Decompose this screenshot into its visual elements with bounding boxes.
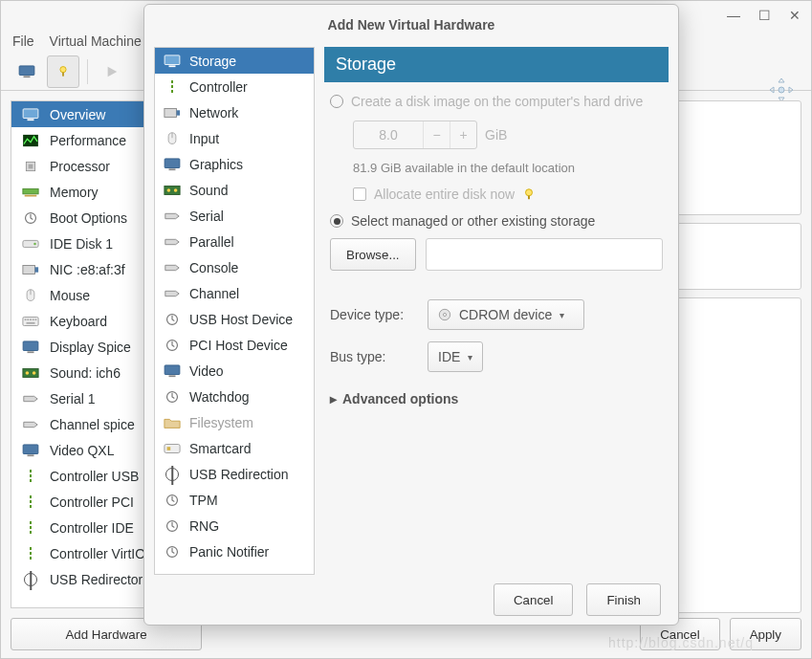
- keyboard-icon: [21, 314, 40, 329]
- perf-icon: [21, 133, 40, 148]
- dlg-item-controller[interactable]: Controller: [155, 74, 314, 99]
- dlg-item-smartcard[interactable]: Smartcard: [155, 435, 314, 461]
- advanced-options-label: Advanced options: [342, 391, 458, 406]
- disk-icon: [21, 236, 40, 252]
- svg-point-62: [443, 313, 446, 316]
- folder-icon: [163, 415, 182, 430]
- dlg-item-label: RNG: [189, 518, 219, 534]
- menu-virtual-machine[interactable]: Virtual Machine: [50, 33, 142, 49]
- disk-size-value: 8.0: [354, 121, 423, 148]
- dialog-cancel-button[interactable]: Cancel: [494, 583, 574, 616]
- disk-size-unit: GiB: [485, 127, 507, 143]
- storage-path-input[interactable]: [426, 238, 663, 271]
- svg-rect-44: [165, 158, 180, 167]
- hw-item-label: Channel spice: [50, 417, 135, 432]
- dlg-item-parallel[interactable]: Parallel: [155, 229, 314, 254]
- dlg-item-tpm[interactable]: TPM: [155, 487, 314, 513]
- maximize-button[interactable]: ☐: [757, 9, 771, 22]
- dlg-item-network[interactable]: Network: [155, 99, 314, 125]
- video-icon: [163, 363, 182, 379]
- bus-type-combo[interactable]: IDE ▾: [428, 341, 483, 372]
- dlg-item-label: Video: [189, 363, 224, 379]
- svg-rect-1: [24, 76, 31, 77]
- svg-point-47: [167, 188, 171, 192]
- watermark: http://blog.csdn.net/q: [608, 635, 754, 650]
- available-space-text: 81.9 GiB available in the default locati…: [353, 161, 663, 175]
- dlg-item-label: USB Redirection: [189, 467, 289, 482]
- dlg-item-sound[interactable]: Sound: [155, 177, 314, 203]
- dlg-item-video[interactable]: Video: [155, 358, 314, 384]
- dialog-title: Add New Virtual Hardware: [144, 5, 678, 45]
- dlg-item-storage[interactable]: Storage: [155, 48, 314, 74]
- video-icon: [21, 443, 40, 458]
- display-icon: [163, 157, 182, 172]
- nic-icon: [163, 105, 182, 121]
- hw-item-label: Display Spice: [50, 340, 131, 355]
- disk-size-spinner[interactable]: 8.0 − +: [353, 121, 477, 149]
- chevron-down-icon: ▾: [468, 352, 472, 362]
- svg-rect-13: [28, 119, 34, 121]
- run-button[interactable]: [96, 55, 128, 88]
- svg-point-48: [174, 188, 178, 192]
- panic-icon: [163, 544, 182, 560]
- svg-point-11: [779, 87, 784, 93]
- dlg-item-pci-host-device[interactable]: PCI Host Device: [155, 332, 314, 358]
- serial-icon: [21, 391, 40, 406]
- dlg-item-usb-host-device[interactable]: USB Host Device: [155, 306, 314, 332]
- console-view-button[interactable]: [11, 55, 43, 88]
- usbredir-icon: [163, 467, 182, 482]
- mouse-icon: [21, 288, 40, 303]
- details-view-button[interactable]: [47, 55, 79, 88]
- hw-item-label: Serial 1: [50, 391, 95, 406]
- advanced-options-expander[interactable]: ▸ Advanced options: [330, 391, 663, 406]
- dlg-item-usb-redirection[interactable]: USB Redirection: [155, 461, 314, 487]
- svg-rect-41: [165, 108, 177, 117]
- sound-icon: [21, 365, 40, 381]
- dlg-item-watchdog[interactable]: Watchdog: [155, 384, 314, 409]
- panel-title: Storage: [324, 47, 669, 82]
- dlg-item-label: Controller: [189, 79, 248, 95]
- dialog-finish-button[interactable]: Finish: [586, 583, 661, 616]
- allocate-row[interactable]: Allocate entire disk now: [353, 187, 663, 202]
- size-decrement-button[interactable]: −: [423, 121, 450, 148]
- dlg-item-input[interactable]: Input: [155, 125, 314, 151]
- svg-rect-23: [35, 267, 39, 272]
- dialog-sidebar[interactable]: StorageControllerNetworkInputGraphicsSou…: [154, 47, 315, 575]
- minimize-button[interactable]: —: [727, 9, 740, 22]
- dlg-item-console[interactable]: Console: [155, 254, 314, 280]
- menu-file[interactable]: File: [12, 33, 34, 49]
- dlg-item-label: Filesystem: [189, 415, 253, 430]
- hw-item-label: Keyboard: [50, 314, 107, 329]
- dlg-item-label: USB Host Device: [189, 312, 293, 327]
- svg-rect-34: [23, 368, 38, 377]
- svg-point-36: [33, 371, 36, 375]
- close-button[interactable]: ✕: [788, 9, 801, 22]
- svg-rect-55: [167, 447, 171, 450]
- dlg-item-serial[interactable]: Serial: [155, 203, 314, 229]
- controller-icon: [21, 546, 40, 561]
- dlg-item-rng[interactable]: RNG: [155, 513, 314, 538]
- svg-rect-33: [28, 351, 34, 353]
- hw-item-label: Controller VirtIO: [50, 546, 145, 561]
- allocate-checkbox[interactable]: [353, 187, 366, 201]
- size-increment-button[interactable]: +: [450, 121, 476, 148]
- usbhost-icon: [163, 338, 182, 353]
- dlg-item-channel[interactable]: Channel: [155, 280, 314, 306]
- radio-managed-storage[interactable]: Select managed or other existing storage: [330, 213, 663, 229]
- dlg-item-label: Storage: [189, 54, 236, 69]
- svg-point-59: [526, 189, 533, 196]
- dlg-item-label: Sound: [189, 183, 228, 198]
- dlg-item-label: Input: [189, 131, 219, 146]
- radio-create-disk[interactable]: Create a disk image on the computer's ha…: [330, 94, 663, 109]
- dlg-item-graphics[interactable]: Graphics: [155, 151, 314, 177]
- usbhost-icon: [163, 312, 182, 327]
- lightbulb-icon: [522, 187, 536, 201]
- controller-icon: [21, 494, 40, 510]
- allocate-label: Allocate entire disk now: [374, 187, 515, 202]
- device-type-combo[interactable]: CDROM device ▾: [428, 299, 584, 330]
- cpu-icon: [21, 159, 40, 174]
- hw-item-label: Boot Options: [50, 210, 127, 226]
- browse-button[interactable]: Browse...: [330, 238, 416, 271]
- dlg-item-panic-notifier[interactable]: Panic Notifier: [155, 538, 314, 564]
- svg-rect-14: [23, 134, 38, 145]
